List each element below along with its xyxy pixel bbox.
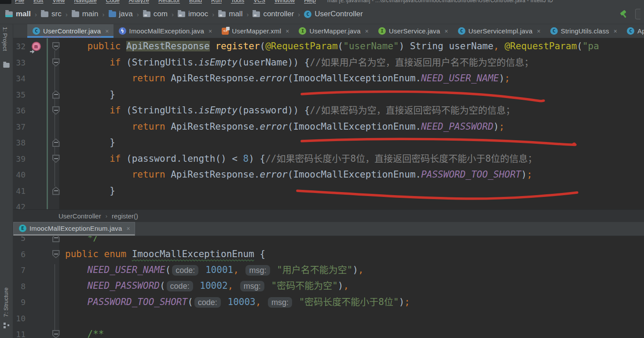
menu-item-analyze[interactable]: Analyze [129,0,149,4]
code-line-41[interactable]: 41 } [13,183,644,199]
method-breakpoint-icon[interactable]: m [32,42,41,51]
package-icon [252,11,260,17]
close-icon[interactable]: × [209,28,212,35]
run-configuration-partial[interactable] [635,9,640,19]
close-icon[interactable]: × [285,28,289,35]
code-line-9[interactable]: 9 PASSWORD_TOO_SHORT(code: 10003, msg: "… [13,294,644,310]
menu-item-edit[interactable]: Edit [33,0,43,4]
structure-icon[interactable] [4,323,9,328]
toolbar-actions [618,9,640,19]
code-line-8[interactable]: 8 NEED_PASSWORD(code: 10002, msg: "密码不能为… [13,278,644,294]
fold-open-icon[interactable] [52,58,60,67]
fold-open-icon[interactable] [52,155,60,163]
menu-item-code[interactable]: Code [106,0,120,4]
editor-tab-imoocmallexception-java[interactable]: ϟImoocMallException.java× [113,24,217,38]
menu-bar: FileEditViewNavigateCodeAnalyzeRefactorB… [0,0,644,4]
code-editor-usercontroller[interactable]: 32m public ApiRestResponse register(@Req… [13,38,644,209]
close-icon[interactable]: × [127,225,130,232]
editor-tab-enum[interactable]: E ImoocMallExceptionEnum.java × [13,222,135,236]
code-line-32[interactable]: 32m public ApiRestResponse register(@Req… [13,38,644,55]
menu-item-refactor[interactable]: Refactor [158,0,180,4]
breadcrumb-item-controller[interactable]: controller [252,10,294,18]
code-line-38[interactable]: 38 } [13,134,644,151]
code-line-36[interactable]: 36 if (StringUtils.isEmpty(password)) {/… [13,102,644,119]
breadcrumb-method[interactable]: register() [112,212,138,220]
code-line-7[interactable]: 7 NEED_USER_NAME(code: 10001, msg: "用户名不… [13,262,644,278]
editor-tab-userservice-java[interactable]: IUserService.java× [373,24,453,38]
breadcrumb-item-UserController[interactable]: CUserController [304,10,363,18]
breadcrumb-item-mall[interactable]: mall [5,10,31,18]
fold-cell[interactable] [49,250,62,258]
fold-open-icon[interactable] [52,42,60,51]
fold-cell[interactable] [49,106,62,115]
editor-tab-usermapper-java[interactable]: IUserMapper.java× [293,24,373,38]
menu-item-view[interactable]: View [52,0,65,4]
code-text: } [65,87,115,103]
code-line-5[interactable]: 5 */ [13,236,644,246]
breadcrumb-item-com[interactable]: com [143,10,168,18]
code-line-37[interactable]: 37 return ApiRestResponse.error(ImoocMal… [13,119,644,135]
fold-open-icon[interactable] [52,106,60,115]
code-line-39[interactable]: 39 if (password.length() < 8) {//如果密码长度小… [13,151,644,167]
folder-icon[interactable] [3,62,10,70]
close-icon[interactable]: × [365,28,369,35]
breadcrumb-item-imooc[interactable]: imooc [178,10,208,18]
code-editor-enum[interactable]: 5 */6public enum ImoocMallExceptionEnum … [13,236,644,338]
chevron-separator: › [298,11,300,18]
tool-window-structure-button[interactable]: 7: Structure [3,287,9,317]
code-line-40[interactable]: 40 return ApiRestResponse.error(ImoocMal… [13,167,644,183]
menu-item-tools[interactable]: Tools [231,0,244,4]
breadcrumb-label: main [82,10,99,18]
fold-close-icon[interactable] [52,138,60,147]
breadcrumb-label: mall [16,10,31,18]
tool-window-project-button[interactable]: 1: Project [2,27,8,51]
fold-close-icon[interactable] [52,187,60,195]
line-number: 9 [13,298,26,307]
fold-cell[interactable] [49,58,62,67]
fold-cell[interactable] [49,187,62,195]
close-icon[interactable]: × [105,28,109,35]
menu-item-file[interactable]: File [15,0,24,4]
menu-item-help[interactable]: Help [304,0,316,4]
code-line-34[interactable]: 34 return ApiRestResponse.error(ImoocMal… [13,70,644,87]
code-line-6[interactable]: 6public enum ImoocMallExceptionEnum { [13,246,644,262]
breadcrumb-item-main[interactable]: main [72,10,99,18]
editor-tab-usermapper-xml[interactable]: <>UserMapper.xml× [216,24,293,38]
menu-item-vcs[interactable]: VCS [253,0,265,4]
menu-item-navigate[interactable]: Navigate [74,0,96,4]
interface-icon: I [378,27,386,35]
fold-open-icon[interactable] [52,250,60,258]
build-hammer-icon[interactable] [618,9,629,19]
fold-open-icon[interactable] [52,330,60,338]
fold-close-icon[interactable] [52,236,60,242]
app-logo-icon[interactable] [0,0,11,4]
fold-cell[interactable] [49,330,62,338]
code-line-35[interactable]: 35 } [13,87,644,103]
fold-cell[interactable] [49,138,62,147]
menu-item-run[interactable]: Run [211,0,222,4]
breadcrumb-item-java[interactable]: java [109,10,133,18]
code-line-33[interactable]: 33 if (StringUtils.isEmpty(userName)) {/… [13,55,644,71]
editor-tab-userserviceimpl-java[interactable]: CUserServiceImpl.java× [453,24,545,38]
menu-item-build[interactable]: Build [189,0,202,4]
close-icon[interactable]: × [445,28,448,35]
chevron-separator: › [137,11,139,18]
menu-item-window[interactable]: Window [274,0,295,4]
breadcrumb-class[interactable]: UserController [59,212,101,220]
fold-cell[interactable] [49,42,62,51]
fold-cell[interactable] [49,91,62,99]
editor-tab-usercontroller-java[interactable]: CUserController.java× [27,24,113,38]
editor-tab-stringutils-class[interactable]: CStringUtils.class× [545,24,622,38]
code-line-10[interactable]: 10 [13,310,644,327]
code-line-42[interactable]: 42 [13,199,644,209]
breadcrumb-item-src[interactable]: src [41,10,62,18]
editor-tab-ap[interactable]: CAp [622,24,644,38]
close-icon[interactable]: × [614,28,617,35]
tool-window-stripe: 1: Project 7: Structure [0,24,13,338]
close-icon[interactable]: × [537,28,541,35]
fold-cell[interactable] [49,155,62,163]
code-line-11[interactable]: 11 /** [13,326,644,338]
fold-cell[interactable] [49,236,62,242]
breadcrumb-item-mall[interactable]: mall [218,10,242,18]
fold-close-icon[interactable] [52,91,60,99]
